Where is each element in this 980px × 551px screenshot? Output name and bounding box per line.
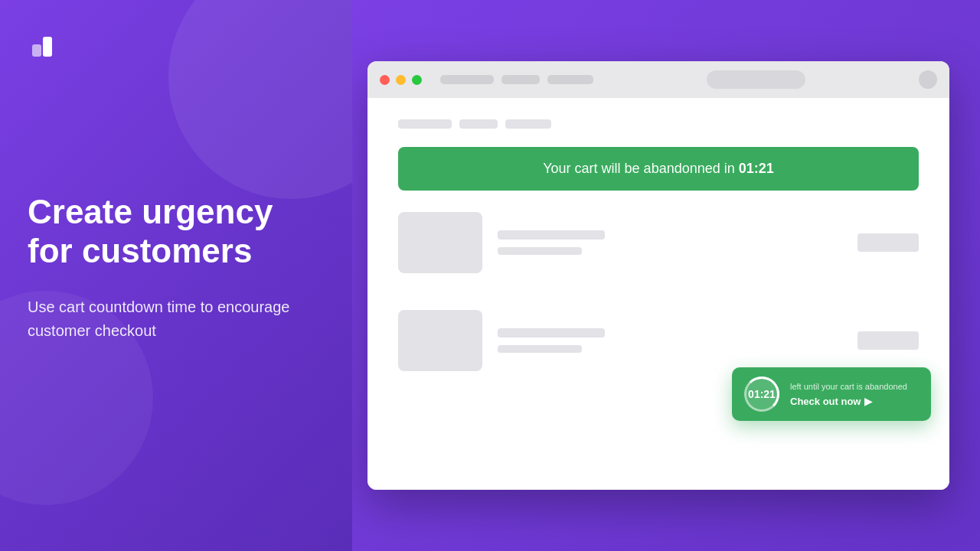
cart-timer: 01:21 xyxy=(739,161,774,176)
left-content: Create urgency for customers Use cart co… xyxy=(28,61,325,520)
browser-nav xyxy=(440,70,937,89)
browser-content: Your cart will be abandonned in 01:21 xyxy=(368,98,949,490)
checkout-arrow-icon: ▶ xyxy=(864,396,872,407)
browser-window: Your cart will be abandonned in 01:21 xyxy=(368,61,949,490)
browser-toolbar xyxy=(368,61,949,98)
product-info-1 xyxy=(498,230,842,255)
product-image-1 xyxy=(398,212,482,273)
nav-placeholder-2 xyxy=(501,75,540,84)
svg-rect-0 xyxy=(43,37,52,57)
right-panel: Your cart will be abandonned in 01:21 xyxy=(352,0,980,551)
svg-rect-1 xyxy=(32,44,41,57)
product-image-2 xyxy=(398,310,482,371)
main-title: Create urgency for customers xyxy=(28,193,325,270)
countdown-sub-text: left until your cart is abandoned xyxy=(790,381,907,392)
cart-abandon-banner: Your cart will be abandonned in 01:21 xyxy=(398,147,919,191)
product-price-1 xyxy=(858,233,919,252)
traffic-light-yellow[interactable] xyxy=(396,75,406,85)
product-subtitle-skel-1 xyxy=(498,247,582,255)
nav-icon xyxy=(919,70,937,89)
cart-banner-text: Your cart will be abandonned in 01:21 xyxy=(543,161,774,176)
brand-logo-icon xyxy=(28,31,58,61)
subtitle: Use cart countdown time to encourage cus… xyxy=(28,295,325,343)
countdown-text-area: left until your cart is abandoned Check … xyxy=(790,381,907,406)
skeleton-breadcrumb xyxy=(398,119,919,129)
logo xyxy=(28,31,325,61)
skel-2 xyxy=(459,119,498,129)
skel-1 xyxy=(398,119,452,129)
countdown-circle-progress xyxy=(744,377,779,412)
product-price-2 xyxy=(858,331,919,350)
left-panel: Create urgency for customers Use cart co… xyxy=(0,0,352,551)
countdown-circle: 01:21 xyxy=(744,377,779,412)
traffic-light-red[interactable] xyxy=(380,75,390,85)
countdown-popup: 01:21 left until your cart is abandoned … xyxy=(732,367,931,421)
skel-3 xyxy=(505,119,551,129)
nav-placeholder-3 xyxy=(547,75,593,84)
product-info-2 xyxy=(498,328,842,353)
product-title-skel-1 xyxy=(498,230,605,240)
address-bar[interactable] xyxy=(707,70,805,89)
product-subtitle-skel-2 xyxy=(498,345,582,353)
nav-placeholder-1 xyxy=(440,75,494,84)
traffic-light-green[interactable] xyxy=(412,75,422,85)
product-row-1 xyxy=(398,212,919,292)
product-title-skel-2 xyxy=(498,328,605,337)
checkout-now-link[interactable]: Check out now ▶ xyxy=(790,396,907,407)
